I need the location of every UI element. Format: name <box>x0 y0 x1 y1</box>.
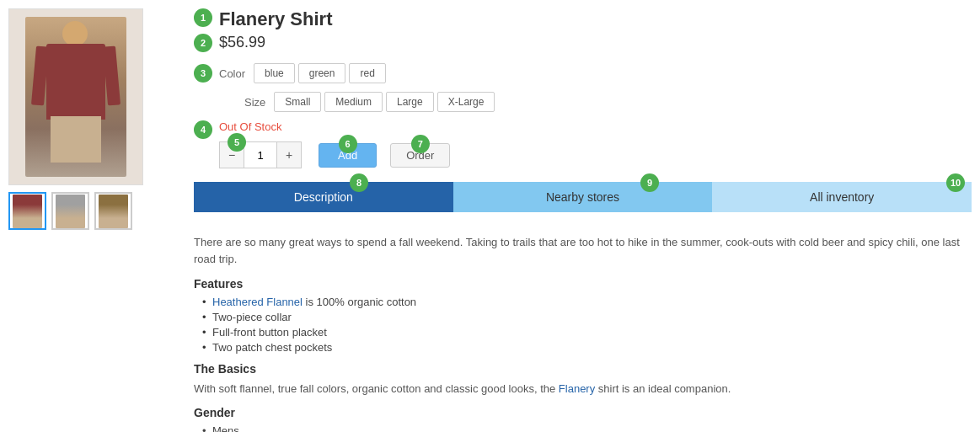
thumbnail-3[interactable] <box>94 192 132 230</box>
tab-nearby-stores[interactable]: Nearby stores <box>453 182 713 212</box>
tab-description[interactable]: Description <box>194 182 453 212</box>
color-red[interactable]: red <box>349 63 385 83</box>
badge-7: 7 <box>411 135 430 153</box>
tabs-container: 8 9 10 Description Nearby stores All inv… <box>194 182 972 212</box>
tabs: Description Nearby stores All inventory <box>194 182 972 212</box>
basics-title: The Basics <box>194 362 972 376</box>
feature-item: Full-front button placket <box>202 326 972 339</box>
feature-item: Two patch chest pockets <box>202 341 972 354</box>
feature-item: Heathered Flannel is 100% organic cotton <box>202 296 972 308</box>
features-list: Heathered Flannel is 100% organic cotton… <box>194 296 972 354</box>
stock-row: 4 Out Of Stock <box>194 120 972 133</box>
badge-10: 10 <box>946 173 965 192</box>
description-content: There are so many great ways to spend a … <box>194 226 972 432</box>
price-row: 2 $56.99 <box>194 34 972 51</box>
badge-3: 3 <box>194 64 212 83</box>
quantity-increase-button[interactable]: + <box>277 142 301 168</box>
gender-item: Mens <box>202 424 972 433</box>
product-details-panel: 1 Flanery Shirt 2 $56.99 3 Color blue gr… <box>177 8 972 432</box>
badge-6: 6 <box>339 135 357 153</box>
quantity-input[interactable] <box>244 142 277 168</box>
thumbnail-row <box>8 192 177 230</box>
color-label: Color <box>219 67 245 80</box>
out-of-stock-label: Out Of Stock <box>219 120 281 133</box>
badge-4: 4 <box>194 120 212 139</box>
color-row: 3 Color blue green red <box>194 63 972 83</box>
features-title: Features <box>194 277 972 291</box>
size-label: Size <box>244 96 265 109</box>
badge-2: 2 <box>194 34 212 52</box>
gender-list: Mens <box>194 424 972 433</box>
badge-5: 5 <box>228 133 246 152</box>
size-row: Size Small Medium Large X-Large <box>194 92 972 112</box>
badge-1: 1 <box>194 8 212 27</box>
badge-8: 8 <box>350 173 368 192</box>
description-intro: There are so many great ways to spend a … <box>194 234 972 267</box>
product-title: Flanery Shirt <box>219 8 332 29</box>
size-small[interactable]: Small <box>274 92 321 112</box>
color-blue[interactable]: blue <box>254 63 295 83</box>
color-green[interactable]: green <box>298 63 346 83</box>
thumbnail-1[interactable] <box>8 192 46 230</box>
product-price: $56.99 <box>219 34 265 51</box>
gender-title: Gender <box>194 406 972 419</box>
size-xlarge[interactable]: X-Large <box>437 92 495 112</box>
badge-9: 9 <box>640 173 659 192</box>
tab-all-inventory[interactable]: All inventory <box>712 182 972 212</box>
product-images-panel <box>8 8 177 432</box>
size-medium[interactable]: Medium <box>324 92 383 112</box>
thumbnail-2[interactable] <box>51 192 89 230</box>
main-product-image <box>8 8 143 185</box>
basics-text: With soft flannel, true fall colors, org… <box>194 381 972 397</box>
quantity-add-row: 5 − + 6 Add 7 Order <box>219 141 972 168</box>
product-title-row: 1 Flanery Shirt <box>194 8 972 30</box>
feature-item: Two-piece collar <box>202 311 972 323</box>
size-large[interactable]: Large <box>386 92 434 112</box>
